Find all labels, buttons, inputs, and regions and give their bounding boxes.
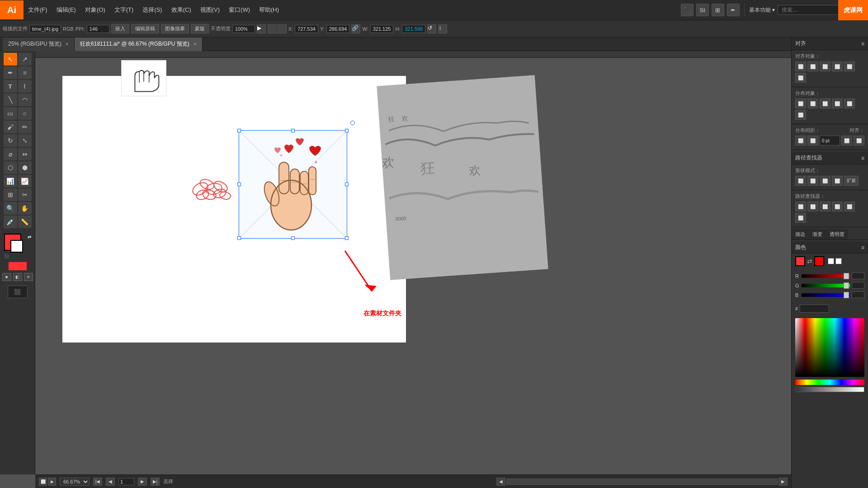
zoom-tool[interactable]: 🔍 [4, 202, 17, 215]
dist-bottom[interactable]: ⬜ [795, 110, 806, 120]
eyedropper-tool[interactable]: 💉 [4, 216, 17, 228]
pf-btn5[interactable]: ⬜ [844, 202, 855, 211]
screen-mode-btn[interactable]: ⬛ [8, 286, 28, 298]
anchor-tool[interactable]: ⌗ [18, 66, 32, 79]
x-value[interactable]: 727.534 [295, 25, 318, 33]
swap-colors-icon[interactable]: ⇄ [28, 235, 31, 239]
live-paint-tool[interactable]: ⬢ [18, 161, 32, 174]
toolbar-icon-3[interactable]: ⊞ [712, 4, 724, 16]
pf-btn3[interactable]: ⬜ [820, 202, 830, 211]
scroll-right[interactable]: ▶ [778, 478, 788, 486]
h-scrollbar[interactable] [506, 479, 778, 485]
b-input[interactable] [852, 291, 864, 298]
hue-bar[interactable] [795, 380, 864, 385]
dist-top[interactable]: ⬜ [832, 99, 843, 108]
rect-tool[interactable]: ▭ [4, 107, 17, 120]
r-input[interactable] [852, 272, 864, 279]
white-icon[interactable] [835, 258, 842, 264]
fill-swatch[interactable] [8, 261, 28, 271]
r-thumb[interactable] [844, 273, 849, 279]
preview-icon[interactable]: ▶ [48, 478, 56, 486]
menu-window[interactable]: 窗口(W) [224, 0, 255, 20]
align-right[interactable]: ⬜ [820, 61, 830, 71]
nav-prev[interactable]: ◀ [106, 478, 115, 486]
zoom-select[interactable]: 66.67% [60, 478, 90, 486]
pf-btn2[interactable]: ⬜ [807, 202, 818, 211]
mask-button[interactable]: 蒙版 [191, 24, 209, 33]
unite-btn[interactable]: ⬜ [795, 176, 806, 186]
link-icon[interactable]: 🔗 [351, 24, 360, 33]
scroll-left[interactable]: ◀ [496, 478, 505, 486]
spacing-apply[interactable]: ⬜ [841, 136, 852, 145]
line-tool[interactable]: ╲ [4, 94, 17, 106]
dist-center-v[interactable]: ⬜ [844, 99, 855, 108]
color-panel-menu[interactable]: ≡ [861, 244, 864, 251]
none-mode[interactable]: ✕ [24, 273, 33, 281]
pencil-tool[interactable]: ✏ [18, 121, 32, 133]
artboard-tool[interactable]: ⊞ [4, 188, 17, 201]
rotate-icon[interactable]: ↺ [427, 24, 436, 33]
swap-arrow[interactable]: ⇄ [807, 258, 812, 265]
menu-effect[interactable]: 效果(C) [167, 0, 196, 20]
opacity-arrow[interactable]: ▶ [257, 24, 266, 33]
width-tool[interactable]: ⇔ [18, 148, 32, 160]
warp-tool[interactable]: ⌀ [4, 148, 17, 160]
align-top[interactable]: ⬜ [832, 61, 843, 71]
tab-transparency[interactable]: 透明度 [826, 229, 848, 239]
direct-select-tool[interactable]: ↗ [18, 53, 32, 66]
menu-view[interactable]: 视图(V) [196, 0, 224, 20]
menu-help[interactable]: 帮助(H) [255, 0, 283, 20]
y-value[interactable]: 286.694 [326, 25, 350, 33]
menu-edit[interactable]: 编辑(E) [52, 0, 80, 20]
solid-mode[interactable]: ■ [2, 273, 11, 281]
tab-appearance[interactable]: 描边 [792, 229, 809, 239]
scale-tool[interactable]: ⤡ [18, 134, 32, 147]
tab-main[interactable]: 狂欢6181111.ai* @ 66.67% (RGB/GPU 预览) ✕ [75, 38, 203, 51]
chart-tool[interactable]: 📊 [4, 175, 17, 188]
type-tool[interactable]: T [4, 80, 17, 93]
image-trace-button[interactable]: 图像描摹 [161, 24, 189, 33]
shape-builder-tool[interactable]: ⬡ [4, 161, 17, 174]
handle-mr[interactable] [345, 183, 349, 186]
column-chart-tool[interactable]: 📈 [18, 175, 32, 188]
toolbar-icon-2[interactable]: St [696, 4, 709, 16]
b-thumb[interactable] [844, 292, 849, 298]
dist-center-h[interactable]: ⬜ [807, 99, 818, 108]
arc-tool[interactable]: ◠ [18, 94, 32, 106]
edit-original-button[interactable]: 编辑原稿 [131, 24, 159, 33]
tab-gradient[interactable]: 渐变 [809, 229, 826, 239]
menu-select[interactable]: 选择(S) [138, 0, 166, 20]
pf-btn6[interactable]: ⬜ [795, 213, 806, 223]
align-bottom[interactable]: ⬜ [795, 73, 806, 83]
measure-tool[interactable]: 📏 [18, 216, 32, 228]
tab-main-close[interactable]: ✕ [193, 42, 197, 47]
align-to-select[interactable]: ⬜ [854, 136, 864, 145]
select-tool[interactable]: ↖ [4, 53, 17, 66]
slice-tool[interactable]: ✂ [18, 188, 32, 201]
menu-text[interactable]: 文字(T) [110, 0, 138, 20]
dist-right[interactable]: ⬜ [820, 99, 830, 108]
align-center-h[interactable]: ⬜ [807, 61, 818, 71]
g-thumb[interactable] [844, 282, 849, 289]
align-center-v[interactable]: ⬜ [844, 61, 855, 71]
color-spectrum[interactable] [795, 318, 864, 377]
pf-btn1[interactable]: ⬜ [795, 202, 806, 211]
g-input[interactable] [852, 282, 864, 289]
embed-button[interactable]: 嵌入 [111, 24, 129, 33]
fg-color-swatch[interactable] [795, 256, 805, 266]
toolbar-icon-1[interactable]: ⬛ [681, 4, 693, 16]
background-color[interactable] [10, 240, 23, 253]
nav-last[interactable]: ▶| [151, 478, 160, 486]
minus-front-btn[interactable]: ⬜ [807, 176, 818, 186]
handle-tr[interactable] [345, 129, 349, 132]
align-left[interactable]: ⬜ [795, 61, 806, 71]
search-input[interactable] [778, 5, 841, 15]
hand-tool[interactable]: ✋ [18, 202, 32, 215]
expand-button[interactable]: 扩展 [844, 176, 859, 186]
path-type-tool[interactable]: ⌇ [18, 80, 32, 93]
ellipse-tool[interactable]: ○ [18, 107, 32, 120]
tab-preview[interactable]: 25% (RGB/GPU 预览) ✕ [3, 38, 75, 51]
g-track[interactable] [802, 284, 850, 287]
hash-input[interactable] [800, 305, 829, 313]
transform-icon-2[interactable] [278, 24, 287, 33]
